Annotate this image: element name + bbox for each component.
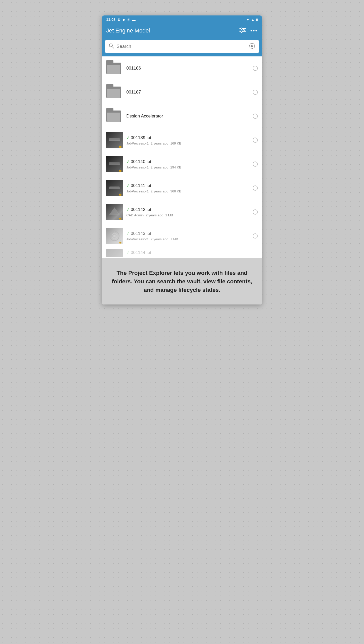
file-user: JobProcessor1 xyxy=(126,189,149,193)
select-radio[interactable] xyxy=(253,114,258,119)
file-name-row: ✓ 001139.ipt xyxy=(126,135,251,140)
status-bar-left: 11:08 ⚙ ▶ ◎ ▬ xyxy=(106,18,136,22)
search-settings-icon[interactable] xyxy=(249,43,255,50)
file-info: ✓ 001141.ipt JobProcessor1 2 years ago 3… xyxy=(126,183,251,193)
file-name-row: ✓ 001144.ipt xyxy=(126,250,258,255)
file-info: ✓ 001142.ipt CAD Admin 2 years ago 1 MB xyxy=(126,207,251,217)
svg-point-8 xyxy=(251,45,253,47)
folder-name: 001187 xyxy=(126,90,251,95)
app-title: Jet Engine Model xyxy=(106,27,150,34)
play-icon: ▶ xyxy=(123,18,125,22)
folder-name: Design Accelerator xyxy=(126,114,251,119)
file-size: 294 KB xyxy=(170,165,181,169)
file-size: 366 KB xyxy=(170,189,181,193)
search-input[interactable] xyxy=(117,44,246,49)
list-item[interactable]: 🔒 ✓ 001143.ipt JobProcessor1 2 years ago… xyxy=(102,224,262,248)
settings-icon: ⚙ xyxy=(118,18,121,22)
folder-thumbnail xyxy=(106,84,123,100)
svg-rect-12 xyxy=(109,164,120,165)
file-user: CAD Admin xyxy=(126,213,144,217)
file-info: Design Accelerator xyxy=(126,114,251,119)
file-name: 001139.ipt xyxy=(131,135,151,140)
location-icon: ◎ xyxy=(127,18,130,22)
search-bar xyxy=(102,38,262,56)
file-time: 2 years ago xyxy=(151,189,168,193)
file-user: JobProcessor1 xyxy=(126,237,149,241)
file-info: ✓ 001143.ipt JobProcessor1 2 years ago 1… xyxy=(126,231,251,241)
filter-icon[interactable] xyxy=(239,28,246,34)
svg-line-7 xyxy=(112,47,114,48)
list-item[interactable]: 🔒 ✓ 001141.ipt JobProcessor1 2 years ago… xyxy=(102,176,262,200)
file-thumbnail: 🔒 xyxy=(106,180,123,196)
file-name: 001142.ipt xyxy=(131,207,151,212)
file-meta: CAD Admin 2 years ago 1 MB xyxy=(126,213,251,217)
file-time: 2 years ago xyxy=(146,213,163,217)
select-radio[interactable] xyxy=(253,138,258,143)
lock-icon: 🔒 xyxy=(119,145,122,148)
svg-point-4 xyxy=(243,29,244,31)
wifi-icon: ▼ xyxy=(246,18,250,22)
file-info: ✓ 001139.ipt JobProcessor1 2 years ago 1… xyxy=(126,135,251,145)
check-icon: ✓ xyxy=(126,250,130,255)
description-text: The Project Explorer lets you work with … xyxy=(110,269,254,294)
folder-name: 001186 xyxy=(126,66,251,71)
file-time: 2 years ago xyxy=(151,141,168,145)
list-item[interactable]: 🔒 ✓ 001140.ipt JobProcessor1 2 years ago… xyxy=(102,152,262,176)
file-name-row: ✓ 001142.ipt xyxy=(126,207,251,212)
list-item[interactable]: 🔒 ✓ 001142.ipt CAD Admin 2 years ago 1 M… xyxy=(102,200,262,224)
status-time: 11:08 xyxy=(106,18,115,22)
select-radio[interactable] xyxy=(253,66,258,71)
lock-icon: 🔒 xyxy=(119,216,122,220)
svg-point-3 xyxy=(241,28,242,29)
list-item[interactable]: 001186 xyxy=(102,56,262,80)
file-meta: JobProcessor1 2 years ago 294 KB xyxy=(126,165,251,169)
file-size: 1 MB xyxy=(165,213,173,217)
file-size: 1 MB xyxy=(170,237,178,241)
lock-icon: 🔒 xyxy=(119,192,122,196)
select-radio[interactable] xyxy=(253,209,258,215)
status-bar: 11:08 ⚙ ▶ ◎ ▬ ▼ ▲ ▮ xyxy=(102,15,262,24)
list-item[interactable]: ✓ 001144.ipt xyxy=(102,248,262,258)
list-item[interactable]: 001187 xyxy=(102,80,262,104)
lock-icon: 🔒 xyxy=(119,168,122,172)
check-icon: ✓ xyxy=(126,159,130,164)
file-name: 001143.ipt xyxy=(131,231,151,236)
select-radio[interactable] xyxy=(253,185,258,191)
check-icon: ✓ xyxy=(126,207,130,212)
file-thumbnail: 🔒 xyxy=(106,228,123,244)
phone-container: 11:08 ⚙ ▶ ◎ ▬ ▼ ▲ ▮ Jet Engine Model xyxy=(102,15,262,304)
file-meta: JobProcessor1 2 years ago 366 KB xyxy=(126,189,251,193)
battery-icon: ▮ xyxy=(256,18,258,22)
search-icon xyxy=(109,43,114,50)
file-info: 001187 xyxy=(126,90,251,95)
list-item[interactable]: 🔒 ✓ 001139.ipt JobProcessor1 2 years ago… xyxy=(102,128,262,152)
svg-marker-16 xyxy=(110,209,119,214)
lock-icon: 🔒 xyxy=(119,240,122,244)
file-thumbnail: 🔒 xyxy=(106,156,123,172)
svg-point-6 xyxy=(109,44,112,47)
svg-point-5 xyxy=(241,31,242,32)
status-bar-right: ▼ ▲ ▮ xyxy=(246,18,258,22)
sim-icon: ▬ xyxy=(132,18,136,22)
file-size: 169 KB xyxy=(170,141,181,145)
app-bar-actions: ••• xyxy=(239,27,258,34)
file-name: 001144.ipt xyxy=(131,250,151,255)
search-input-container xyxy=(105,40,259,53)
file-name: 001140.ipt xyxy=(131,159,151,164)
file-thumbnail: 🔒 xyxy=(106,204,123,220)
more-options-icon[interactable]: ••• xyxy=(250,27,258,34)
select-radio[interactable] xyxy=(253,90,258,95)
file-time: 2 years ago xyxy=(151,165,168,169)
signal-icon: ▲ xyxy=(251,18,254,22)
folder-thumbnail xyxy=(106,60,123,77)
list-item[interactable]: Design Accelerator xyxy=(102,104,262,128)
select-radio[interactable] xyxy=(253,162,258,167)
file-name-row: ✓ 001143.ipt xyxy=(126,231,251,236)
select-radio[interactable] xyxy=(253,233,258,239)
file-info: ✓ 001144.ipt xyxy=(126,250,258,256)
file-user: JobProcessor1 xyxy=(126,141,149,145)
file-name: 001141.ipt xyxy=(131,183,151,188)
check-icon: ✓ xyxy=(126,183,130,188)
file-thumbnail xyxy=(106,249,123,257)
file-time: 2 years ago xyxy=(151,237,168,241)
